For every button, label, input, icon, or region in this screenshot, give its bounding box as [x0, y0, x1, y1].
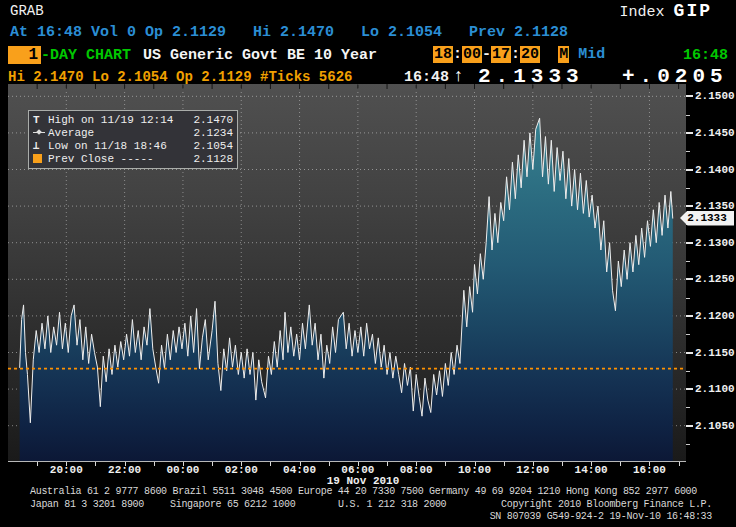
- terminal-clock: 16:48: [683, 47, 728, 64]
- price-axis-minor-tick: [686, 298, 690, 299]
- price-axis-tick: [686, 205, 693, 207]
- time-axis-tick: [329, 462, 330, 466]
- price-axis-minor-tick: [686, 444, 690, 445]
- market-flag-field[interactable]: M: [558, 46, 569, 63]
- legend-row-high: T High on 11/19 12:14 2.1470: [33, 113, 233, 126]
- period-suffix-label: -DAY CHART: [41, 47, 131, 64]
- index-function: Index GIP: [620, 1, 712, 21]
- price-axis-tick: [686, 352, 693, 354]
- time-axis-tick: [95, 462, 96, 466]
- footer-contacts-line1: Australia 61 2 9777 8600 Brazil 5511 304…: [30, 486, 697, 497]
- prev-close-marker-icon: [33, 154, 48, 163]
- price-axis-tick: [686, 425, 693, 427]
- price-axis-tick: [686, 242, 693, 244]
- price-axis-label: 2.1050: [695, 420, 736, 432]
- time-axis-label: 10:00: [453, 464, 497, 476]
- price-chart-plot-area[interactable]: T High on 11/19 12:14 2.1470 Average 2.1…: [8, 84, 686, 461]
- footer-japan: Japan 81 3 3201 8900: [30, 499, 144, 510]
- price-axis-label: 2.1100: [695, 383, 736, 395]
- time-axis-tick: [37, 462, 38, 466]
- time-axis-label: 20:00: [44, 464, 88, 476]
- session-start-hour-field[interactable]: 18: [433, 46, 453, 63]
- price-axis-minor-tick: [686, 115, 690, 116]
- bloomberg-terminal-screen: GRAB Index GIP At 16:48 Vol 0 Op 2.1129 …: [0, 0, 736, 527]
- price-axis-tick: [686, 278, 693, 280]
- price-axis-tick: [686, 388, 693, 390]
- price-axis-minor-tick: [686, 188, 690, 189]
- hi-lo-op-ticks-summary: Hi 2.1470 Lo 2.1054 Op 2.1129 #Ticks 562…: [8, 69, 352, 85]
- price-axis-minor-tick: [686, 334, 690, 335]
- price-axis-label: 2.1200: [695, 310, 736, 322]
- footer-singapore: Singapore 65 6212 1000: [170, 499, 295, 510]
- price-axis-label: 2.1250: [695, 273, 736, 285]
- low-marker-icon: ⊥: [33, 139, 48, 152]
- time-axis-label: 14:00: [569, 464, 613, 476]
- time-axis-tick: [154, 462, 155, 466]
- footer-serial: SN 807039 G549-924-2 19-Nov-10 16:48:33: [490, 511, 712, 522]
- time-axis-tick: [270, 462, 271, 466]
- time-axis-label: 00:00: [161, 464, 205, 476]
- time-axis-label: 16:00: [627, 464, 671, 476]
- session-start-min-field[interactable]: 00: [462, 46, 482, 63]
- last-price-tag: 2.1333: [680, 211, 734, 226]
- price-axis-label: 2.1500: [695, 90, 736, 102]
- time-axis-tick: [562, 462, 563, 466]
- price-axis-label: 2.1400: [695, 164, 736, 176]
- session-end-hour-field[interactable]: 17: [491, 46, 511, 63]
- security-title: US Generic Govt BE 10 Year: [143, 47, 377, 64]
- time-axis-tick: [679, 462, 680, 466]
- up-arrow-icon: ↑: [453, 66, 464, 86]
- price-axis-minor-tick: [686, 151, 690, 152]
- footer-us: U.S. 1 212 318 2000: [338, 499, 446, 510]
- grab-label: GRAB: [10, 3, 44, 19]
- time-axis-line: [8, 461, 686, 462]
- price-axis-label: 2.1150: [695, 347, 736, 359]
- price-axis-tick: [686, 169, 693, 171]
- chart-toolbar: 1 -DAY CHART US Generic Govt BE 10 Year …: [0, 46, 736, 66]
- time-axis-tick: [387, 462, 388, 466]
- time-axis-label: 04:00: [278, 464, 322, 476]
- price-axis-tick: [686, 95, 693, 97]
- legend-row-low: ⊥ Low on 11/18 18:46 2.1054: [33, 139, 233, 152]
- session-range: 18:00-17:20 M Mid: [433, 46, 605, 63]
- legend-row-average: Average 2.1234: [33, 126, 233, 139]
- price-axis-minor-tick: [686, 407, 690, 408]
- time-axis: 19 Nov 2010 20:0022:0000:0002:0004:0006:…: [0, 461, 736, 487]
- price-axis-label: 2.1300: [695, 237, 736, 249]
- index-label: Index: [620, 4, 665, 21]
- time-axis-label: 02:00: [219, 464, 263, 476]
- price-axis-minor-tick: [686, 261, 690, 262]
- footer-copyright: Copyright 2010 Bloomberg Finance L.P.: [501, 499, 712, 510]
- time-axis-label: 06:00: [336, 464, 380, 476]
- time-axis-tick: [620, 462, 621, 466]
- average-marker-icon: [33, 132, 48, 133]
- high-marker-icon: T: [33, 114, 48, 126]
- price-axis-label: 2.1350: [695, 200, 736, 212]
- time-axis-label: 08:00: [394, 464, 438, 476]
- session-end-min-field[interactable]: 20: [520, 46, 540, 63]
- time-axis-tick: [504, 462, 505, 466]
- chart-legend: T High on 11/19 12:14 2.1470 Average 2.1…: [28, 110, 238, 169]
- price-axis-tick: [686, 315, 693, 317]
- price-axis: 2.15002.14502.14002.13502.13002.12502.12…: [684, 84, 736, 461]
- time-axis-label: 22:00: [103, 464, 147, 476]
- price-axis-tick: [686, 132, 693, 134]
- price-axis-label: 2.1450: [695, 127, 736, 139]
- time-axis-label: 12:00: [511, 464, 555, 476]
- quote-summary-line: At 16:48 Vol 0 Op 2.1129 Hi 2.1470 Lo 2.…: [10, 24, 568, 41]
- period-field[interactable]: 1: [8, 46, 41, 64]
- function-code: GIP: [674, 1, 712, 21]
- price-axis-minor-tick: [686, 371, 690, 372]
- time-axis-tick: [212, 462, 213, 466]
- price-type-label[interactable]: Mid: [578, 46, 605, 63]
- time-axis-tick: [445, 462, 446, 466]
- legend-row-prev-close: Prev Close ----- 2.1128: [33, 152, 233, 165]
